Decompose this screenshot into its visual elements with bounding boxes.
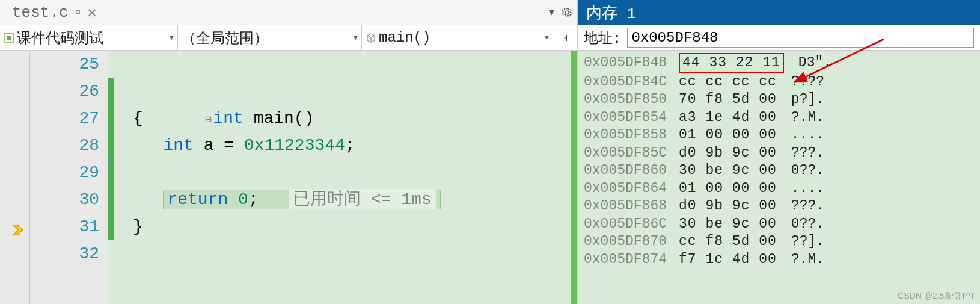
pin-icon[interactable]: ▫	[73, 4, 83, 22]
memory-row[interactable]: 0x005DF86030 be 9c 000??.	[584, 162, 974, 180]
selector-bar: 课件代码测试 ▼ （全局范围） ▼ main() ▼ ⫞	[0, 25, 577, 51]
chevron-down-icon: ▼	[545, 34, 549, 42]
gear-icon[interactable]	[562, 7, 572, 18]
memory-address: 0x005DF868	[584, 197, 668, 216]
memory-bytes: d0 9b 9c 00	[679, 197, 777, 216]
line-number: 31	[30, 213, 99, 240]
address-input[interactable]	[627, 28, 974, 48]
file-tab[interactable]: test.c ▫ ✕	[7, 1, 102, 25]
perf-hint: 已用时间 <= 1ms	[289, 189, 436, 210]
tab-overflow-icon[interactable]: ▾	[548, 4, 556, 20]
memory-row[interactable]: 0x005DF85801 00 00 00....	[584, 126, 974, 144]
memory-address: 0x005DF858	[584, 126, 668, 144]
memory-address: 0x005DF854	[584, 109, 668, 127]
memory-address: 0x005DF860	[584, 162, 668, 180]
memory-bytes: 44 33 22 11	[679, 53, 784, 73]
memory-row[interactable]: 0x005DF84844 33 22 11D3".	[584, 53, 974, 73]
memory-ascii: ????	[791, 73, 824, 92]
tab-bar: test.c ▫ ✕ ▾	[0, 0, 577, 25]
glyph-margin	[0, 51, 30, 304]
address-label: 地址:	[584, 28, 621, 48]
tab-filename: test.c	[12, 4, 69, 22]
line-number: 30	[30, 186, 99, 213]
memory-address: 0x005DF870	[584, 233, 668, 251]
chevron-down-icon: ▼	[170, 34, 174, 42]
debug-marker-bar	[571, 51, 577, 304]
memory-bytes: 30 be 9c 00	[679, 162, 777, 180]
memory-ascii: ???.	[791, 144, 824, 163]
line-number: 27	[30, 105, 99, 132]
memory-row[interactable]: 0x005DF85070 f8 5d 00p?].	[584, 91, 974, 109]
memory-ascii: ?.M.	[791, 109, 824, 127]
memory-address: 0x005DF84C	[584, 73, 668, 92]
memory-bytes: a3 1e 4d 00	[679, 109, 777, 127]
code-line-current: return 0; 已用时间 <= 1ms	[123, 186, 571, 213]
memory-address: 0x005DF848	[584, 54, 668, 72]
memory-row[interactable]: 0x005DF85Cd0 9b 9c 00???.	[584, 144, 974, 163]
memory-panel-title: 内存 1	[578, 0, 980, 25]
memory-ascii: D3".	[798, 54, 831, 72]
memory-bytes: 70 f8 5d 00	[679, 91, 777, 109]
memory-bytes: 01 00 00 00	[679, 126, 777, 144]
memory-address: 0x005DF864	[584, 180, 668, 198]
memory-row[interactable]: 0x005DF870cc f8 5d 00??].	[584, 233, 974, 251]
memory-ascii: p?].	[791, 91, 824, 109]
code-editor[interactable]: 25 26 27 28 29 30 31 32 ⊟int main() {	[0, 51, 577, 304]
watermark: CSDN @2.5条悟T^T	[898, 291, 975, 302]
svg-rect-1	[7, 36, 11, 40]
modification-bar	[108, 51, 114, 304]
code-content[interactable]: ⊟int main() { int a = 0x11223344; return…	[114, 51, 571, 304]
memory-grid[interactable]: 0x005DF84844 33 22 11D3".0x005DF84Ccc cc…	[578, 51, 980, 304]
memory-ascii: 0??.	[791, 216, 824, 234]
function-selector-label: main()	[379, 29, 430, 46]
memory-ascii: 0??.	[791, 162, 824, 180]
line-number: 32	[30, 240, 99, 267]
line-number: 28	[30, 132, 99, 159]
memory-ascii: ....	[791, 126, 824, 144]
line-number: 29	[30, 159, 99, 186]
execution-pointer-icon	[12, 222, 24, 241]
cube-icon	[366, 33, 376, 43]
project-selector[interactable]: 课件代码测试 ▼	[0, 25, 178, 50]
code-line: }	[123, 213, 571, 240]
memory-address: 0x005DF85C	[584, 144, 668, 163]
code-line: int a = 0x11223344;	[123, 132, 571, 159]
memory-row[interactable]: 0x005DF86C30 be 9c 000??.	[584, 216, 974, 234]
chevron-down-icon: ▼	[354, 34, 358, 42]
memory-panel: 内存 1 地址: 0x005DF84844 33 22 11D3".0x005D…	[578, 0, 980, 304]
memory-bytes: 01 00 00 00	[679, 180, 777, 198]
memory-bytes: cc f8 5d 00	[679, 233, 777, 251]
memory-address: 0x005DF874	[584, 251, 668, 269]
address-bar: 地址:	[578, 25, 980, 51]
memory-ascii: ??].	[791, 233, 824, 251]
memory-bytes: f7 1c 4d 00	[679, 251, 777, 269]
split-view-icon[interactable]: ⫞	[553, 25, 577, 50]
line-number: 25	[30, 51, 99, 78]
memory-row[interactable]: 0x005DF84Ccc cc cc cc????	[584, 73, 974, 92]
memory-address: 0x005DF86C	[584, 216, 668, 234]
scope-selector[interactable]: （全局范围） ▼	[178, 25, 362, 50]
code-line	[123, 159, 571, 186]
function-selector[interactable]: main() ▼	[362, 25, 553, 50]
close-icon[interactable]: ✕	[87, 3, 97, 22]
memory-bytes: cc cc cc cc	[679, 73, 777, 92]
line-number-gutter: 25 26 27 28 29 30 31 32	[30, 51, 108, 304]
memory-ascii: ???.	[791, 197, 824, 216]
project-icon	[4, 33, 14, 43]
memory-row[interactable]: 0x005DF874f7 1c 4d 00?.M.	[584, 251, 974, 269]
memory-bytes: 30 be 9c 00	[679, 216, 777, 234]
memory-ascii: ?.M.	[791, 251, 824, 269]
memory-row[interactable]: 0x005DF854a3 1e 4d 00?.M.	[584, 109, 974, 127]
memory-row[interactable]: 0x005DF868d0 9b 9c 00???.	[584, 197, 974, 216]
code-line: ⊟int main()	[123, 78, 571, 105]
project-selector-label: 课件代码测试	[17, 28, 103, 48]
line-number: 26	[30, 78, 99, 105]
scope-selector-label: （全局范围）	[182, 28, 268, 48]
code-editor-pane: test.c ▫ ✕ ▾ 课件代码测试 ▼ （全局范围） ▼ main(	[0, 0, 578, 304]
memory-row[interactable]: 0x005DF86401 00 00 00....	[584, 180, 974, 198]
memory-address: 0x005DF850	[584, 91, 668, 109]
memory-ascii: ....	[791, 180, 824, 198]
memory-bytes: d0 9b 9c 00	[679, 144, 777, 163]
fold-minus-icon[interactable]: ⊟	[203, 107, 213, 134]
